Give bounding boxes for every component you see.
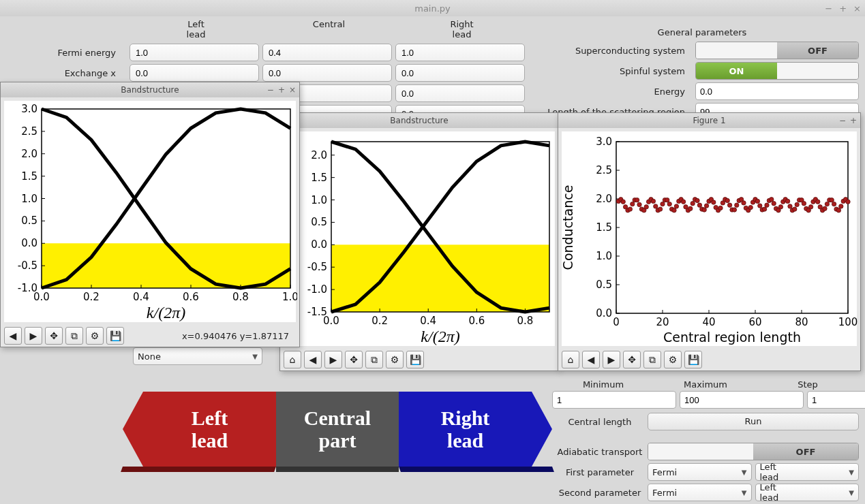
svg-point-94 xyxy=(628,207,632,211)
svg-point-182 xyxy=(832,202,836,206)
step-label: Step xyxy=(757,378,859,391)
zoom-icon[interactable]: ⧉ xyxy=(365,351,383,368)
step-input[interactable] xyxy=(807,391,865,409)
svg-text:0.8: 0.8 xyxy=(517,315,534,327)
svg-point-98 xyxy=(637,202,641,206)
minimize-icon[interactable]: − xyxy=(267,85,274,95)
diagram-right-lead: Rightlead xyxy=(399,392,532,467)
general-title: General parameters xyxy=(545,27,859,37)
fig1-toolbar: ⌂ ◀ ▶ ✥ ⧉ ⚙ 💾 xyxy=(558,349,860,370)
minimize-icon[interactable]: − xyxy=(839,116,846,125)
zoom-icon[interactable]: ⧉ xyxy=(65,327,83,345)
maximize-icon[interactable]: + xyxy=(839,3,847,14)
chevron-down-icon: ▼ xyxy=(742,469,747,476)
svg-point-95 xyxy=(631,202,635,206)
second-param-select-a[interactable]: Fermi▼ xyxy=(648,484,752,501)
none-select[interactable]: None▼ xyxy=(133,347,262,365)
pan-icon[interactable]: ✥ xyxy=(345,351,363,368)
first-param-select-b[interactable]: Leftlead▼ xyxy=(755,463,860,481)
energy-label: Energy xyxy=(545,86,695,97)
svg-point-155 xyxy=(770,198,774,202)
svg-text:20: 20 xyxy=(656,316,669,328)
toggle-off-label: OFF xyxy=(777,42,858,59)
forward-icon[interactable]: ▶ xyxy=(603,351,620,368)
back-icon[interactable]: ◀ xyxy=(304,351,322,368)
central-length-label: Central length xyxy=(552,417,648,427)
svg-point-181 xyxy=(830,198,834,202)
fig1-plot: 0.00.51.01.52.02.53.0020406080100Central… xyxy=(562,131,857,346)
svg-point-130 xyxy=(712,200,716,204)
maximize-icon[interactable]: + xyxy=(278,85,285,95)
forward-icon[interactable]: ▶ xyxy=(324,351,342,368)
svg-point-175 xyxy=(816,200,820,204)
svg-text:2.0: 2.0 xyxy=(21,148,37,160)
svg-point-97 xyxy=(635,198,639,202)
fig1-titlebar[interactable]: Figure 1 − + xyxy=(558,113,860,128)
home-icon[interactable]: ⌂ xyxy=(562,351,579,368)
svg-text:1.5: 1.5 xyxy=(21,170,37,183)
svg-text:0.5: 0.5 xyxy=(596,279,612,291)
max-input[interactable] xyxy=(680,391,804,409)
adiabatic-toggle[interactable]: OFF xyxy=(648,443,859,460)
back-icon[interactable]: ◀ xyxy=(582,351,600,368)
min-input[interactable] xyxy=(552,391,676,409)
close-icon[interactable]: × xyxy=(289,85,296,95)
band2-titlebar[interactable]: Bandstructure xyxy=(280,113,558,128)
svg-point-152 xyxy=(762,207,766,211)
svg-point-172 xyxy=(808,205,813,209)
adiabatic-label: Adiabatic transport xyxy=(552,447,648,457)
svg-point-114 xyxy=(674,204,678,208)
band2-plot: -1.5-1.0-0.50.00.51.01.52.00.00.20.40.60… xyxy=(284,131,555,346)
run-button[interactable]: Run xyxy=(648,413,859,430)
bandstructure-window-1[interactable]: Bandstructure − + × -1.0-0.50.00.51.01.5… xyxy=(0,82,300,347)
back-icon[interactable]: ◀ xyxy=(4,327,22,345)
second-param-select-b[interactable]: Leftlead▼ xyxy=(755,484,860,501)
svg-point-126 xyxy=(702,208,706,212)
svg-point-185 xyxy=(839,204,843,208)
param-right-input[interactable] xyxy=(395,44,525,61)
adiabatic-panel: Adiabatic transport OFF First parameter … xyxy=(552,441,859,503)
svg-text:2.5: 2.5 xyxy=(596,164,612,176)
svg-point-111 xyxy=(667,202,671,206)
param-central-input[interactable] xyxy=(262,64,392,82)
superconducting-toggle[interactable]: OFF xyxy=(695,42,859,59)
param-right-input[interactable] xyxy=(395,84,525,102)
svg-text:-1.0: -1.0 xyxy=(307,283,327,296)
svg-rect-62 xyxy=(616,142,848,313)
config-icon[interactable]: ⚙ xyxy=(86,327,104,345)
first-param-select-a[interactable]: Fermi▼ xyxy=(648,463,752,481)
spinful-toggle[interactable]: ON xyxy=(695,62,859,80)
param-right-input[interactable] xyxy=(395,64,525,82)
svg-point-133 xyxy=(718,206,723,210)
band1-titlebar[interactable]: Bandstructure − + × xyxy=(1,82,299,97)
config-icon[interactable]: ⚙ xyxy=(664,351,682,368)
svg-text:Conductance: Conductance xyxy=(562,185,575,270)
param-left-input[interactable] xyxy=(130,64,259,82)
energy-input[interactable] xyxy=(695,82,859,100)
close-icon[interactable]: × xyxy=(853,3,861,14)
config-icon[interactable]: ⚙ xyxy=(386,351,404,368)
diagram-left-lead: Leftlead xyxy=(143,392,276,467)
save-icon[interactable]: 💾 xyxy=(106,327,124,345)
svg-text:0.8: 0.8 xyxy=(232,291,249,303)
band1-toolbar: ◀ ▶ ✥ ⧉ ⚙ 💾 x=0.940476 y=1.87117 xyxy=(1,326,299,346)
svg-text:0.0: 0.0 xyxy=(21,237,37,249)
param-central-input[interactable] xyxy=(262,44,392,61)
system-diagram: Leftlead Centralpart Rightlead xyxy=(143,392,532,467)
minimize-icon[interactable]: − xyxy=(825,3,832,14)
bandstructure-window-2[interactable]: Bandstructure -1.5-1.0-0.50.00.51.01.52.… xyxy=(279,112,559,371)
param-left-input[interactable] xyxy=(130,44,259,61)
svg-text:-0.5: -0.5 xyxy=(18,259,37,272)
save-icon[interactable]: 💾 xyxy=(406,351,424,368)
save-icon[interactable]: 💾 xyxy=(684,351,702,368)
figure1-window[interactable]: Figure 1 − + 0.00.51.01.52.02.53.0020406… xyxy=(558,112,861,371)
zoom-icon[interactable]: ⧉ xyxy=(643,351,661,368)
home-icon[interactable]: ⌂ xyxy=(284,351,301,368)
pan-icon[interactable]: ✥ xyxy=(623,351,641,368)
forward-icon[interactable]: ▶ xyxy=(25,327,42,345)
maximize-icon[interactable]: + xyxy=(850,116,857,125)
svg-point-163 xyxy=(788,204,792,208)
band1-plot: -1.0-0.50.00.51.01.52.02.53.00.00.20.40.… xyxy=(4,101,296,322)
pan-icon[interactable]: ✥ xyxy=(45,327,63,345)
svg-point-104 xyxy=(651,199,655,203)
